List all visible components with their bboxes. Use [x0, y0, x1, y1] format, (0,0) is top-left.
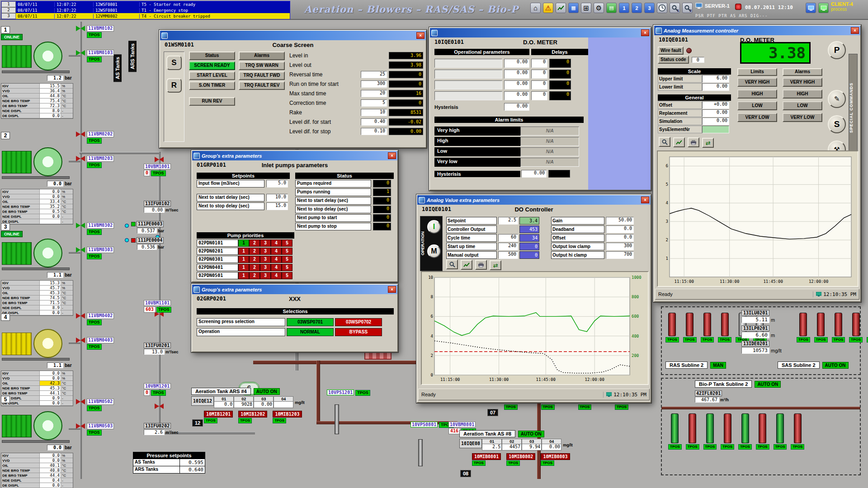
mixer-tpos[interactable]: TPOS [610, 404, 628, 410]
priority-cell[interactable]: 4 [271, 256, 282, 263]
limit-value[interactable]: N/A [520, 158, 579, 167]
measurement[interactable]: 13IDE0201 10573mg/lt [741, 341, 782, 354]
auto-button[interactable]: I [427, 220, 441, 234]
special-button[interactable]: S [828, 115, 846, 133]
tag-111PE0004[interactable]: 111PE0004 0.536bar [131, 237, 164, 250]
param-name-box[interactable] [434, 80, 502, 89]
priority-cell[interactable]: 5 [282, 264, 292, 271]
valve-11VBM0203[interactable]: 11VBM0203TPOS [76, 155, 114, 168]
valve-11VBM0502[interactable]: 11VBM0502TPOS [76, 399, 114, 411]
tpos-tag[interactable]: TPOS [87, 405, 102, 411]
pump[interactable]: TPOS [738, 413, 752, 450]
pump[interactable]: TPOS [686, 413, 699, 450]
pump[interactable]: TPOS [832, 313, 845, 343]
priority-cell[interactable]: 4 [271, 272, 282, 279]
zoom-in-icon[interactable] [446, 259, 458, 269]
tag-42IFL0201[interactable]: 42IFL0201 467.67m³/h [695, 390, 729, 403]
general-value[interactable]: +0.00 [702, 101, 729, 109]
alarm-button[interactable]: LOW [783, 101, 822, 110]
alarm-row[interactable]: 2 08/07/11 12:07:22 12WSF0801 T1 - Emerg… [1, 7, 290, 13]
client-switch-icon[interactable] [806, 3, 816, 13]
process-view-icon[interactable] [818, 3, 829, 13]
general-value[interactable] [702, 126, 729, 133]
param-value[interactable]: 0.0 [606, 234, 634, 242]
alarm-row[interactable]: 3 08/07/11 12:07:22 12VMM0802 T4 - Circu… [1, 13, 290, 19]
valve-11VBM0302[interactable]: 11VBM0302TPOS [76, 222, 114, 235]
zoom-in-icon[interactable] [659, 137, 670, 147]
priority-cell[interactable]: 2 [249, 256, 260, 263]
priority-cell[interactable]: 5 [282, 256, 292, 263]
tpos-tag[interactable]: TPOS [665, 337, 679, 343]
priority-cell[interactable]: 4 [271, 248, 282, 255]
close-button[interactable]: × [416, 32, 425, 39]
status-indicator[interactable]: START LEVEL [189, 71, 235, 80]
tag-13IFU0201[interactable]: 13IFU0201 13.0m³/sec [144, 343, 179, 355]
valve-11VBM0503[interactable]: 11VBM0503TPOS [76, 423, 114, 436]
param-value[interactable]: 0.0 [606, 225, 634, 233]
alarm-list[interactable]: 1 08/07/11 12:07:22 12WSF0801 T5 - Start… [1, 1, 290, 19]
clock-icon[interactable] [657, 3, 667, 13]
alarm-button[interactable]: HIGH [783, 89, 822, 99]
window-titlebar[interactable]: Analog Value extra parameters× [417, 195, 651, 205]
tpos-tag[interactable]: TPOS [703, 444, 717, 450]
close-button[interactable]: × [641, 29, 649, 36]
export-icon[interactable]: ⇄ [490, 260, 501, 270]
tag-10VPS1201[interactable]: 10VPS1201 TPOS [327, 389, 370, 396]
mixer[interactable]: 10MIB1203TPOS [273, 411, 302, 423]
meter-tag[interactable]: 10IQE08 [459, 439, 482, 448]
tpos-tag[interactable]: TPOS [87, 253, 102, 259]
alarm-indicator[interactable]: TRQ FAULT FWD [239, 71, 285, 80]
blower-icon[interactable] [2, 41, 70, 73]
tpos-tag[interactable]: TPOS [506, 460, 520, 466]
tpos-tag[interactable]: TPOS [541, 460, 554, 466]
trend-icon[interactable] [461, 260, 472, 270]
limit-button[interactable]: LOW [737, 101, 777, 110]
pump[interactable]: TPOS [797, 313, 810, 343]
limit-value[interactable]: N/A [520, 127, 579, 136]
tpos-tag[interactable]: TPOS [504, 404, 518, 410]
pump[interactable]: TPOS [721, 413, 734, 450]
trend-icon[interactable] [673, 137, 685, 147]
hysteresis-value[interactable]: 0.00 [504, 103, 529, 111]
tpos-tag[interactable]: TPOS [701, 337, 714, 343]
priority-cell[interactable]: 2 [249, 272, 260, 279]
tag-13IFU0102[interactable]: 13IFU0102 0.00m³/sec [144, 201, 179, 213]
blower-icon[interactable] [2, 328, 70, 361]
valve-11VBM0102[interactable]: 11VBM0102TPOS [76, 25, 114, 38]
tpos-tag[interactable]: TPOS [472, 460, 486, 466]
param-setpoint[interactable]: 2.5 [498, 217, 518, 225]
valve-11VBM0403[interactable]: 11VBM0403TPOS [76, 337, 114, 350]
tpos-tag[interactable]: TPOS [578, 404, 592, 410]
tpos-tag[interactable]: TPOS [156, 307, 171, 313]
pump[interactable]: TPOS [849, 313, 863, 343]
tpos-tag[interactable]: TPOS [686, 444, 699, 450]
alarm-button[interactable]: VERY LOW [783, 113, 822, 122]
close-button[interactable]: × [641, 197, 649, 203]
tpos-tag[interactable]: TPOS [238, 418, 252, 423]
edit-button[interactable]: ✎ [828, 90, 846, 108]
blower-icon[interactable] [2, 146, 70, 179]
param-value[interactable]: 50.00 [606, 217, 634, 225]
hysteresis2-value[interactable]: 0.00 [521, 170, 547, 178]
mode-badge[interactable]: MAN [710, 362, 726, 369]
measurement[interactable]: 13ILP0201 6.60m [741, 325, 782, 338]
param-name-box[interactable] [434, 70, 502, 79]
tpos-tag[interactable]: TPOS [87, 344, 102, 350]
close-button[interactable]: × [388, 286, 396, 293]
tpos-tag[interactable]: TPOS [814, 337, 828, 343]
tag-10VBM1201[interactable]: 10VBM1201 0TPOS [144, 383, 171, 396]
tpos-tag[interactable]: TPOS [151, 390, 166, 396]
pump[interactable]: TPOS [668, 413, 682, 450]
valve-11VBM0402[interactable]: 11VBM0402TPOS [76, 313, 114, 325]
print-icon[interactable] [688, 137, 699, 147]
priority-cell[interactable]: 2 [249, 239, 260, 247]
mixer[interactable]: 10MIB1202TPOS [238, 411, 267, 423]
mixer[interactable]: 10MIB0803TPOS [541, 453, 570, 466]
tpos-tag[interactable]: TPOS [791, 444, 804, 450]
meter-tag[interactable]: 10IQE12 [191, 396, 214, 406]
mode-badge[interactable]: AUTO ON [518, 431, 544, 437]
tpos-tag[interactable]: TPOS [87, 430, 102, 436]
alarm-warning-icon[interactable]: ⚠ [543, 3, 553, 13]
mixer-tpos[interactable]: TPOS [574, 404, 592, 410]
tag-111PE0003[interactable]: 111PE0003 0.537bar [131, 221, 164, 234]
